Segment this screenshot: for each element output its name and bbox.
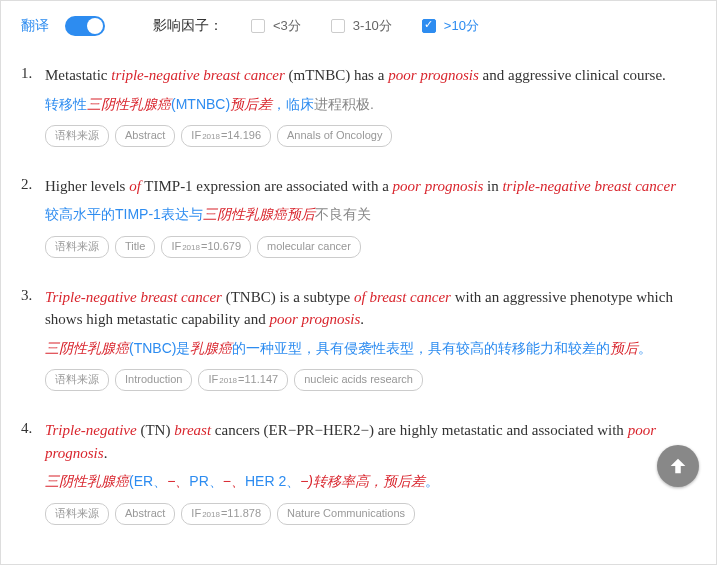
result-tags: 语料来源 Title IF2018=10.679 molecular cance… [45,236,696,258]
result-translation: 转移性三阴性乳腺癌(MTNBC)预后差，临床进程积极. [45,93,696,115]
tag-source[interactable]: 语料来源 [45,369,109,391]
tag-section[interactable]: Abstract [115,125,175,147]
arrow-up-icon [667,455,689,477]
translate-label: 翻译 [21,17,49,35]
result-tags: 语料来源 Abstract IF2018=14.196 Annals of On… [45,125,696,147]
checkbox-icon [251,19,265,33]
tag-journal[interactable]: nucleic acids research [294,369,423,391]
checkbox-label: >10分 [444,17,479,35]
factor-checkbox-group: <3分 3-10分 >10分 [251,17,479,35]
tag-source[interactable]: 语料来源 [45,503,109,525]
translate-toggle[interactable] [65,16,105,36]
checkbox-icon [422,19,436,33]
result-item: Higher levels of TIMP-1 expression are a… [21,175,696,258]
result-tags: 语料来源 Abstract IF2018=11.878 Nature Commu… [45,503,696,525]
result-title: Triple-negative breast cancer (TNBC) is … [45,286,696,331]
tag-if[interactable]: IF2018=11.147 [198,369,288,391]
results-list: Metastatic triple-negative breast cancer… [21,64,696,525]
result-item: Triple-negative (TN) breast cancers (ER−… [21,419,696,524]
result-translation: 三阴性乳腺癌(TNBC)是乳腺癌的一种亚型，具有侵袭性表型，具有较高的转移能力和… [45,337,696,359]
result-item: Triple-negative breast cancer (TNBC) is … [21,286,696,391]
checkbox-label: <3分 [273,17,301,35]
tag-if[interactable]: IF2018=10.679 [161,236,251,258]
tag-journal[interactable]: Nature Communications [277,503,415,525]
tag-if[interactable]: IF2018=14.196 [181,125,271,147]
filter-bar: 翻译 影响因子： <3分 3-10分 >10分 [21,16,696,36]
impact-factor-label: 影响因子： [153,17,223,35]
tag-section[interactable]: Introduction [115,369,192,391]
tag-section[interactable]: Abstract [115,503,175,525]
result-title: Triple-negative (TN) breast cancers (ER−… [45,419,696,464]
result-title: Metastatic triple-negative breast cancer… [45,64,696,87]
tag-journal[interactable]: Annals of Oncology [277,125,392,147]
result-title: Higher levels of TIMP-1 expression are a… [45,175,696,198]
tag-section[interactable]: Title [115,236,155,258]
result-translation: 较高水平的TIMP-1表达与三阴性乳腺癌预后不良有关 [45,203,696,225]
result-item: Metastatic triple-negative breast cancer… [21,64,696,147]
checkbox-gt10[interactable]: >10分 [422,17,479,35]
result-translation: 三阴性乳腺癌(ER、−、PR、−、HER 2、−)转移率高，预后差。 [45,470,696,492]
checkbox-lt3[interactable]: <3分 [251,17,301,35]
checkbox-icon [331,19,345,33]
scroll-to-top-button[interactable] [657,445,699,487]
checkbox-label: 3-10分 [353,17,392,35]
tag-source[interactable]: 语料来源 [45,125,109,147]
tag-if[interactable]: IF2018=11.878 [181,503,271,525]
tag-source[interactable]: 语料来源 [45,236,109,258]
result-tags: 语料来源 Introduction IF2018=11.147 nucleic … [45,369,696,391]
checkbox-3to10[interactable]: 3-10分 [331,17,392,35]
tag-journal[interactable]: molecular cancer [257,236,361,258]
